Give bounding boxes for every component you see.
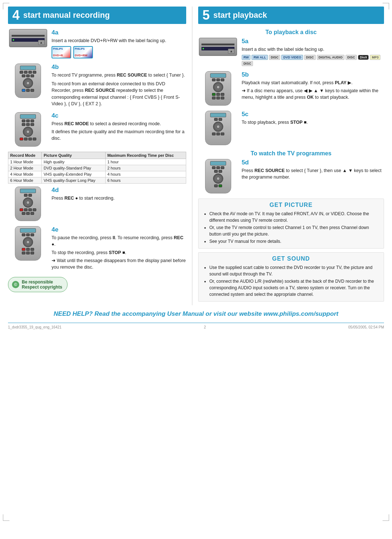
rc1 [22, 119, 25, 122]
table-cell: VHS quality-Super Long Play [42, 177, 105, 183]
disc-badge-dvd: DVD VIDEO [281, 55, 303, 60]
remote-4c-screen [20, 114, 36, 119]
r5b-g2 [221, 93, 224, 96]
step-4e-content: 4e To pause the recording, press II. To … [52, 226, 186, 271]
r5d3 [221, 166, 224, 169]
table-cell: 2 Hour Mode [8, 165, 42, 171]
step-4e-text2: To stop the recording, press STOP ■. [52, 249, 186, 256]
step-5d-row: 5d Press REC SOURCE to select { Tuner },… [198, 159, 384, 193]
step-5b-row: 5b Playback may start automatically. If … [198, 71, 384, 106]
re-p2 [26, 252, 30, 254]
re-red [22, 248, 25, 251]
recorder-eject-5a[interactable]: ▲ [228, 49, 234, 54]
list-item: Use the supplied scart cable to connect … [209, 264, 379, 277]
rd-g3 [33, 208, 36, 211]
step-4b-text2: To record from an external device connec… [52, 81, 186, 107]
step-4e-row: 4e To pause the recording, press II. To … [8, 226, 186, 271]
remote-5c-ok [216, 125, 220, 128]
remote-4c [15, 112, 41, 147]
remote-4d-ok [26, 201, 30, 204]
table-row: 2 Hour ModeDVD quality-Standard Play2 ho… [8, 165, 186, 171]
need-help-text: NEED HELP? Read the accompanying User Ma… [8, 308, 384, 319]
step-5a-image: ▲ [198, 38, 238, 56]
step-4c-label: 4c [52, 112, 186, 119]
stop-bold-4e: STOP [109, 250, 121, 255]
copyright-text: Be responsible Respect copyrights [22, 279, 62, 290]
step-5a-text: Insert a disc with the label side facing… [242, 46, 384, 53]
remote-4d-row1 [24, 194, 32, 197]
table-cell: 1 Hour Mode [8, 159, 42, 165]
recorder-eject-btn[interactable]: ▲ [38, 40, 45, 45]
get-sound-list: Use the supplied scart cable to connect … [203, 264, 379, 298]
disc-badge-rwall: RW ALL [252, 55, 268, 60]
re-p3 [30, 252, 34, 254]
philips-label-rw: PHILIPS [75, 48, 85, 50]
bottom-footer: 1_dvdr3355_19_qug_eng_16421 2 05/05/2005… [8, 323, 384, 329]
table-header-time: Maximum Recording Time per Disc [105, 152, 186, 159]
get-picture-section: GET PICTURE Check the AV mode on TV. It … [198, 199, 384, 249]
recorder-device-4a: ▲ [9, 29, 47, 47]
section4-title: start manual recording [23, 11, 110, 20]
table-cell: 2 hours [105, 165, 186, 171]
recorder-dot-5a [203, 48, 204, 49]
rb-blue [22, 89, 25, 92]
footer-file: 1_dvdr3355_19_qug_eng_16421 [8, 325, 61, 329]
remote-5c-nav [213, 122, 223, 132]
remote-5c [205, 111, 231, 145]
footer-area-left: © Be responsible Respect copyrights [8, 275, 186, 292]
pause-bold: II [113, 235, 115, 240]
rd-g1 [24, 208, 28, 211]
copyright-line1: Be responsible [22, 279, 62, 285]
step-5c-row: 5c To stop playback, press STOP ■. [198, 111, 384, 145]
r5d2 [216, 166, 220, 169]
rb1 [20, 71, 23, 74]
rd-g2 [28, 208, 32, 211]
remote-4c-row3 [20, 138, 36, 140]
r5c-p1 [212, 132, 216, 135]
table-cell: DVD quality-Standard Play [42, 165, 105, 171]
remote-4d [15, 187, 41, 221]
disc-badge-disc3: DIGITAL AUDIO [317, 55, 344, 60]
corner-mark-tl [3, 3, 9, 9]
remote-row2 [22, 74, 34, 77]
step-4e-text1: To pause the recording, press II. To res… [52, 234, 186, 248]
remote-4d-screen [20, 189, 36, 193]
remote-5c-screen [210, 113, 226, 117]
rc-g1 [24, 138, 28, 140]
remote-4e-row1 [22, 233, 34, 236]
remote-5c-row1 [214, 118, 222, 121]
sub-header-playback: To playback a disc [198, 29, 384, 36]
rd-red [20, 208, 23, 211]
list-item: Or, use the TV remote control to select … [209, 224, 379, 237]
record-mode-table: Record Mode Picture Quality Maximum Reco… [8, 152, 186, 184]
remote-4d-nav [23, 197, 33, 208]
disc-badge-disc4: DISC [346, 55, 357, 60]
rb2 [24, 71, 28, 74]
dvdr-disc: PHILIPS DVD+R [52, 46, 71, 58]
r5b1 [212, 78, 216, 81]
step-4e-image [8, 226, 48, 261]
remote-5c-row2 [212, 132, 224, 135]
recorder-slot [12, 35, 45, 37]
remote-screen [20, 66, 36, 70]
section5-header: 5 start playback [198, 7, 384, 24]
corner-mark-bl [3, 514, 9, 521]
table-cell: High quality [42, 159, 105, 165]
remote-5d-nav [213, 173, 223, 184]
step-4a-image: ▲ [8, 29, 48, 47]
remote-row3 [22, 89, 34, 92]
recorder-slot-5a [201, 44, 234, 45]
list-item: Or, connect the AUDIO L/R (red/white) so… [209, 278, 379, 298]
remote-5d [205, 159, 231, 193]
re-g2 [30, 248, 34, 251]
remote-5d-row1 [212, 166, 224, 169]
table-cell: 1 hour [105, 159, 186, 165]
rd-p2 [26, 212, 30, 215]
step-4b-content: 4b To record TV programme, press REC SOU… [52, 64, 186, 107]
rc4 [22, 123, 25, 126]
rec-bold-4e: REC [174, 235, 183, 240]
r5d5 [219, 170, 222, 173]
r5b-p3 [221, 97, 224, 99]
step-5c-label: 5c [242, 111, 384, 118]
rc-red [20, 138, 23, 140]
